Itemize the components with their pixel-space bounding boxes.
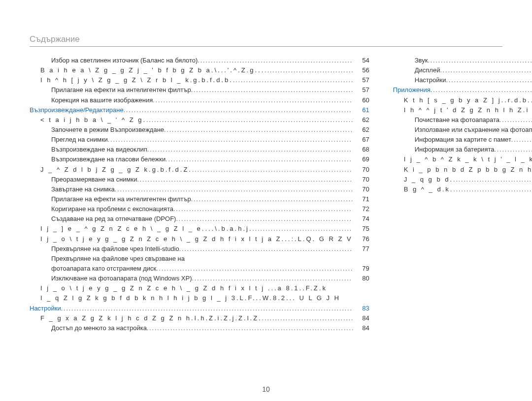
toc-entry: < t a i j h b a \ _ ' ^ Z g.62	[30, 115, 369, 125]
toc-page-number: 60	[353, 95, 369, 105]
toc-entry: B a i h e a \ Z g _ g Z j _ ' b f b g Z …	[30, 65, 369, 75]
toc-leader-dots	[115, 185, 353, 191]
toc-page-number: 84	[353, 313, 369, 323]
toc-leader-dots	[124, 106, 353, 112]
toc-entry: J _ ^ Z d l b j Z g _ g Z k.g.b.f.d.Z.70	[30, 165, 369, 175]
toc-entry: Прехвърляне на файлове чрез Intelli-stud…	[30, 244, 369, 254]
title-divider	[30, 46, 502, 47]
toc-entry: Информация за картите с памет93	[393, 135, 532, 145]
toc-label: Възпроизвеждане/Редактиране	[30, 105, 124, 115]
toc-label: Възпроизвеждане на видеоклип	[30, 145, 147, 154]
toc-leader-dots	[164, 125, 353, 132]
toc-entry: Достъп до менюто за настройка84	[30, 323, 369, 333]
toc-entry: Възпроизвеждане/Редактиране61	[30, 105, 369, 115]
toc-entry: F _ g x a Z g Z k l j h c d Z g Z n h.l.…	[30, 313, 369, 323]
toc-page-number: 70	[353, 175, 369, 185]
toc-leader-dots	[192, 274, 353, 280]
toc-leader-dots	[494, 145, 532, 152]
toc-label: Настройки	[30, 304, 61, 313]
toc-leader-dots	[233, 76, 353, 82]
toc-columns: Избор на светлинен източник (Баланс на б…	[30, 56, 502, 333]
toc-label: Възпроизвеждане на гласови бележки	[30, 154, 166, 164]
toc-page-number: 77	[353, 244, 369, 254]
toc-leader-dots	[108, 135, 353, 142]
toc-page-number: 70	[353, 185, 369, 194]
toc-label: Прилагане на ефекти на интелигентен филт…	[30, 194, 191, 204]
toc-label: I h ^ h [ j y \ Z g _ g Z \ Z r b l _ k.…	[30, 75, 233, 85]
toc-entry: Преоразмеряване на снимки70	[30, 175, 369, 185]
toc-leader-dots	[198, 56, 352, 62]
toc-entry: Възпроизвеждане на видеоклип68	[30, 145, 369, 154]
toc-entry: I h ^ ^ j t ' d Z g Z n h l h Z.i Z.j.Z.…	[393, 105, 532, 115]
toc-page-number: 62	[353, 125, 369, 135]
toc-entry: I j _ o \ t j e y g _ g Z n Z c e h \ _ …	[30, 283, 369, 293]
toc-label: Избор на светлинен източник (Баланс на б…	[30, 56, 198, 65]
page-title: Съдържание	[30, 34, 502, 44]
toc-leader-dots	[156, 264, 352, 271]
toc-label: Коригиране на проблеми с експонацията	[30, 204, 173, 214]
document-page: Съдържание Избор на светлинен източник (…	[0, 0, 532, 401]
toc-leader-dots	[446, 76, 532, 82]
toc-label: I j _ ] e _ ^ g Z n Z c e h \ _ g Z l _ …	[30, 224, 253, 234]
toc-label: Преглед на снимки	[30, 135, 108, 145]
toc-entry: Избор на светлинен източник (Баланс на б…	[30, 56, 369, 65]
toc-leader-dots	[191, 86, 353, 92]
toc-leader-dots	[146, 116, 353, 122]
toc-leader-dots	[428, 56, 532, 62]
toc-label: Прилагане на ефекти на интелигентен филт…	[30, 85, 191, 95]
toc-entry: Създаване на ред за отпечатване (DPOF)74	[30, 214, 369, 224]
toc-leader-dots	[499, 116, 532, 122]
page-number: 10	[0, 385, 532, 393]
toc-entry: Настройки86	[393, 75, 532, 85]
toc-page-number: 62	[353, 115, 369, 125]
toc-label: B a i h e a \ Z g _ g Z j _ ' b f b g Z …	[30, 65, 265, 75]
toc-entry: Почистване на фотоапарата91	[393, 115, 532, 125]
toc-label: Приложения	[393, 85, 431, 95]
toc-page-number: 75	[353, 224, 369, 234]
toc-label: Информация за картите с памет	[393, 135, 511, 145]
toc-entry: Прилагане на ефекти на интелигентен филт…	[30, 85, 369, 95]
toc-leader-dots	[166, 155, 353, 161]
toc-page-number: 84	[353, 323, 369, 333]
toc-entry: Настройки83	[30, 304, 369, 313]
toc-entry: Звук85	[393, 56, 532, 65]
toc-entry: Преглед на снимки67	[30, 135, 369, 145]
toc-entry: I j _ o \ t j e y g _ g Z n Z c e h \ _ …	[30, 234, 369, 244]
toc-label: Преоразмеряване на снимки	[30, 175, 137, 185]
toc-page-number: 79	[353, 264, 369, 274]
toc-label: Използване или съхранение на фотоапарата	[393, 125, 532, 135]
toc-entry: Коригиране на проблеми с експонацията72	[30, 204, 369, 214]
toc-entry: Информация за батерията95	[393, 145, 532, 154]
toc-leader-dots	[431, 86, 532, 92]
toc-leader-dots	[191, 195, 353, 201]
toc-label: I j _ o \ t j e y g _ g Z n Z c e h \ _ …	[30, 283, 327, 293]
toc-label: B g ^ _ d.k.	[393, 185, 454, 194]
toc-label: Изключване на фотоапарата (под Windows X…	[30, 274, 192, 283]
toc-page-number: 80	[353, 274, 369, 283]
toc-entry: фотоапарата като отстраняем диск79	[30, 264, 369, 274]
toc-label: Завъртане на снимка	[30, 185, 115, 194]
toc-label: I h ^ ^ j t ' d Z g Z n h l h Z.i Z.j.Z.…	[393, 105, 532, 115]
toc-entry: I j _ ] e _ ^ g Z n Z c e h \ _ g Z l _ …	[30, 224, 369, 234]
toc-page-number: 57	[353, 75, 369, 85]
toc-label: Достъп до менюто за настройка	[30, 323, 147, 333]
toc-leader-dots	[61, 304, 353, 310]
toc-label: J _ q g b d.	[393, 175, 453, 185]
toc-label: J _ ^ Z d l b j Z g _ g Z k.g.b.f.d.Z.	[30, 165, 192, 175]
toc-label: Информация за батерията	[393, 145, 495, 154]
toc-entry: I _ q Z l g Z k g b f d b k n h l h i j …	[30, 293, 369, 303]
toc-entry: Завъртане на снимка70	[30, 185, 369, 194]
toc-page-number: 74	[353, 214, 369, 224]
toc-leader-dots	[147, 145, 353, 152]
toc-leader-dots	[137, 175, 352, 182]
toc-leader-dots	[265, 66, 352, 72]
toc-entry: Прилагане на ефекти на интелигентен филт…	[30, 194, 369, 204]
toc-page-number: 71	[353, 194, 369, 204]
toc-label: Прехвърляне на файлове чрез свързване на	[30, 254, 185, 264]
toc-page-number: 68	[353, 145, 369, 154]
toc-page-number: 56	[353, 65, 369, 75]
toc-entry: Корекция на вашите изображения60	[30, 95, 369, 105]
toc-page-number: 83	[353, 304, 369, 313]
toc-entry: I j _ ^ b ^ Z k _ k \ t j ' _ l _ k t k …	[393, 154, 532, 164]
toc-label: Започнете в режим Възпроизвеждане	[30, 125, 164, 135]
